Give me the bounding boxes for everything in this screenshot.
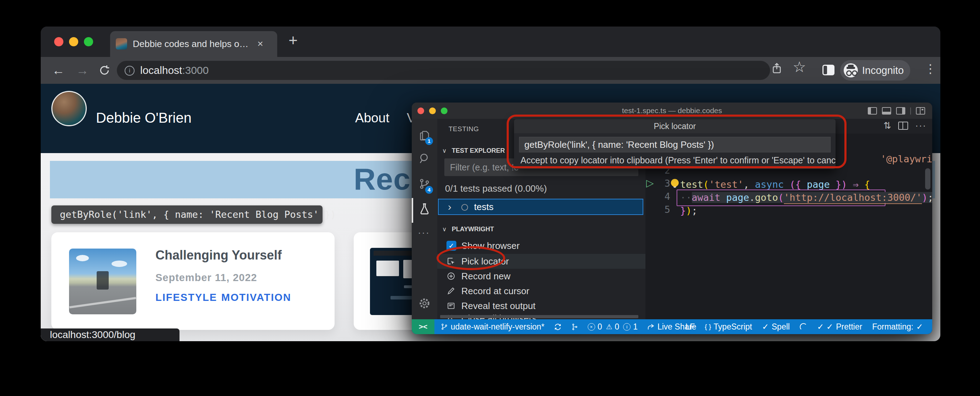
- prettier-item[interactable]: ✓ ✓ Prettier: [817, 319, 862, 334]
- side-panel-icon[interactable]: [822, 65, 835, 75]
- editor-layout-icon[interactable]: [916, 107, 925, 114]
- browser-tab[interactable]: Debbie codes and helps others ×: [110, 31, 277, 57]
- record-new-label: Record new: [461, 269, 511, 284]
- bookmark-star-icon[interactable]: ☆: [793, 59, 806, 76]
- sync-changes-item[interactable]: [554, 319, 562, 334]
- mac-zoom-button[interactable]: [84, 37, 93, 46]
- link-target-status-bubble: localhost:3000/blog: [41, 328, 180, 341]
- layout-controls: [868, 107, 925, 114]
- tests-tree-item[interactable]: › tests: [438, 199, 643, 215]
- url-text[interactable]: localhost:3000: [140, 61, 208, 80]
- scm-badge: 4: [425, 186, 433, 194]
- git-branch-label: udate-wait-netlify-version*: [451, 322, 544, 332]
- browser-menu-kebab-icon[interactable]: ⋮: [924, 62, 937, 76]
- screen: Debbie codes and helps others × + ⌄ ← → …: [0, 0, 980, 396]
- toggle-secondary-sidebar-icon[interactable]: [896, 107, 905, 114]
- browser-toolbar: ← → i localhost:3000 ☆: [41, 57, 940, 84]
- blog-card[interactable]: Challenging Yourself September 11, 2022 …: [51, 232, 334, 330]
- mac-minimize-button[interactable]: [69, 37, 78, 46]
- active-view-indicator: [412, 198, 413, 223]
- record-at-cursor-icon: [447, 287, 456, 296]
- double-check-icon: ✓: [817, 322, 821, 332]
- avatar[interactable]: [51, 91, 87, 126]
- address-bar[interactable]: i localhost:3000: [117, 61, 770, 80]
- problems-item[interactable]: × 0 ⚠ 0 i 1: [588, 319, 638, 334]
- editor-more-actions-icon[interactable]: ···: [915, 120, 926, 131]
- code-line-3[interactable]: test('test', async ({ page }) ⇒ {: [680, 178, 870, 191]
- pick-locator-row[interactable]: Pick locator: [437, 254, 646, 269]
- checkbox-checked-icon[interactable]: ✓: [447, 241, 457, 251]
- banner-heading: Rec: [354, 162, 411, 196]
- locator-tooltip: getByRole('link', { name: 'Recent Blog P…: [51, 206, 323, 224]
- forward-icon[interactable]: →: [76, 63, 89, 78]
- test-explorer-header[interactable]: ∨ TEST EXPLORER: [442, 147, 505, 155]
- locator-tooltip-text: getByRole('link', { name: 'Recent Blog P…: [60, 206, 336, 224]
- status-left: udate-wait-netlify-version* ×: [441, 319, 697, 334]
- playwright-header[interactable]: ∨ PLAYWRIGHT: [442, 226, 494, 233]
- url-port: :3000: [182, 64, 208, 76]
- incognito-badge[interactable]: Incognito: [840, 60, 910, 81]
- warnings-icon: ⚠: [606, 322, 612, 331]
- infos-icon: i: [623, 323, 630, 331]
- open-changes-icon[interactable]: ⇅: [883, 120, 891, 131]
- post-title[interactable]: Challenging Yourself: [156, 248, 282, 263]
- post-date: September 11, 2022: [156, 272, 257, 284]
- code-line-4[interactable]: ··await page.goto('http://localhost:3000…: [680, 191, 932, 204]
- code-line-1-tail: '@playwright/: [835, 139, 932, 179]
- new-tab-icon[interactable]: +: [288, 32, 298, 49]
- line-number-5: 5: [656, 204, 670, 215]
- record-at-cursor-row[interactable]: Record at cursor: [437, 284, 646, 298]
- mac-close-button[interactable]: [54, 37, 64, 46]
- search-icon[interactable]: [418, 152, 431, 165]
- braces-icon: { }: [705, 323, 711, 331]
- reload-icon[interactable]: [99, 65, 110, 76]
- site-info-icon[interactable]: i: [125, 66, 135, 76]
- show-browser-label: Show browser: [461, 238, 520, 253]
- vscode-title-bar: test-1.spec.ts — debbie.codes: [412, 103, 932, 119]
- popup-locator-input[interactable]: getByRole('link', { name: 'Recent Blog P…: [519, 137, 830, 152]
- sidebar-horizontal-scrollbar[interactable]: [440, 315, 638, 318]
- quick-fix-lightbulb-icon[interactable]: [671, 179, 679, 187]
- tab-close-icon[interactable]: ×: [258, 38, 263, 49]
- spell-label: Spell: [772, 322, 790, 332]
- post-tag-lifestyle[interactable]: LIFESTYLE: [156, 292, 217, 303]
- editor-scrollbar[interactable]: [925, 168, 931, 190]
- loading-spinner-icon: [800, 323, 807, 331]
- eol-item[interactable]: LF: [686, 319, 695, 334]
- nav-about-link[interactable]: About: [355, 111, 390, 125]
- spell-item[interactable]: ✓ Spell: [762, 319, 789, 334]
- code-line-5[interactable]: });: [680, 204, 697, 217]
- warnings-count: 0: [615, 322, 619, 332]
- vscode-status-bar: >< udate-wait-netlify-version*: [412, 319, 932, 334]
- run-test-play-icon[interactable]: ▷: [646, 177, 654, 189]
- record-new-row[interactable]: Record new: [437, 269, 646, 284]
- double-check-icon2: ✓: [826, 322, 833, 332]
- show-browser-row[interactable]: ✓ Show browser: [437, 238, 646, 253]
- explorer-badge: 1: [425, 137, 433, 145]
- playwright-label: PLAYWRIGHT: [452, 226, 494, 233]
- vscode-window: test-1.spec.ts — debbie.codes 1: [412, 103, 932, 334]
- remote-indicator[interactable]: ><: [412, 319, 434, 334]
- tab-title: Debbie codes and helps others: [133, 31, 250, 57]
- pick-locator-popup: Pick locator getByRole('link', { name: '…: [514, 119, 835, 169]
- share-icon[interactable]: [771, 62, 783, 74]
- formatting-check-icon: ✓: [916, 322, 923, 332]
- status-right: LF { } TypeScript ✓ Spell ✓ ✓ Prettier: [686, 319, 923, 334]
- errors-count: 0: [598, 322, 602, 332]
- more-views-icon[interactable]: ···: [418, 227, 430, 238]
- back-icon[interactable]: ←: [52, 63, 65, 78]
- testing-flask-icon[interactable]: [418, 203, 431, 215]
- post-tag-motivation[interactable]: MOTIVATION: [221, 292, 291, 303]
- pick-locator-icon: [447, 257, 456, 266]
- formatting-item[interactable]: Formatting: ✓: [872, 319, 923, 334]
- split-editor-icon[interactable]: [898, 122, 908, 130]
- git-branch-item[interactable]: udate-wait-netlify-version*: [441, 319, 544, 334]
- site-name[interactable]: Debbie O'Brien: [96, 110, 191, 126]
- toggle-panel-icon[interactable]: [882, 107, 891, 114]
- settings-gear-icon[interactable]: [418, 297, 431, 309]
- toggle-sidebar-icon[interactable]: [868, 107, 877, 114]
- pipeline-item[interactable]: [571, 319, 579, 334]
- language-item[interactable]: { } TypeScript: [705, 319, 752, 334]
- activity-bar: 1 4 ···: [412, 119, 437, 319]
- section-chevron-icon: ∨: [442, 226, 447, 233]
